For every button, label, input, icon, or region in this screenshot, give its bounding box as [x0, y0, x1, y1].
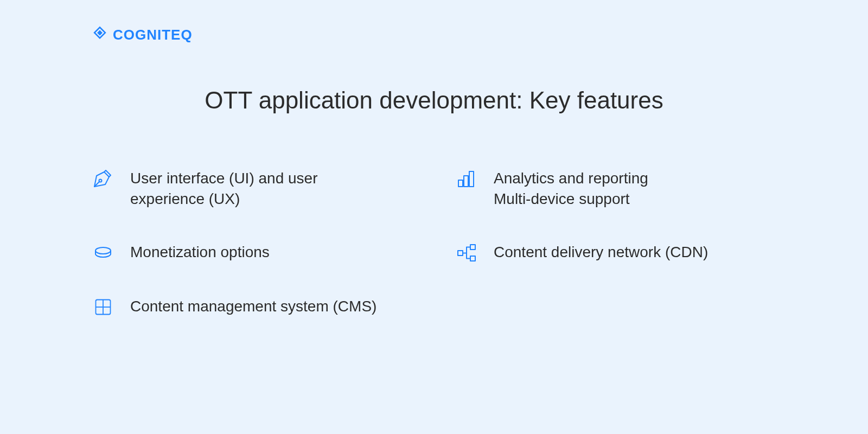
pen-nib-icon — [92, 168, 114, 190]
feature-ui-ux: User interface (UI) and user experience … — [92, 168, 412, 209]
feature-ui-ux-label: User interface (UI) and user experience … — [130, 168, 391, 209]
svg-rect-4 — [458, 180, 463, 187]
feature-cms-label: Content management system (CMS) — [130, 296, 376, 317]
svg-rect-9 — [470, 245, 475, 250]
svg-rect-6 — [469, 171, 474, 187]
svg-point-7 — [95, 247, 111, 254]
svg-rect-1 — [97, 30, 103, 36]
brand-logo: COGNITEQ — [92, 26, 193, 43]
page-title: OTT application development: Key feature… — [0, 87, 868, 114]
brand-name: COGNITEQ — [113, 27, 193, 43]
feature-cdn: Content delivery network (CDN) — [456, 242, 776, 264]
feature-monetization: Monetization options — [92, 242, 412, 264]
grid-icon — [92, 296, 114, 318]
features-grid: User interface (UI) and user experience … — [92, 168, 776, 318]
svg-rect-8 — [458, 251, 463, 256]
coin-icon — [92, 242, 114, 264]
svg-rect-5 — [464, 176, 468, 187]
feature-analytics-label: Analytics and reporting Multi-device sup… — [494, 168, 648, 209]
network-icon — [456, 242, 477, 264]
svg-rect-10 — [470, 256, 475, 261]
feature-monetization-label: Monetization options — [130, 242, 270, 263]
bar-chart-icon — [456, 168, 477, 190]
logo-mark-icon — [92, 26, 107, 43]
feature-cms: Content management system (CMS) — [92, 296, 412, 318]
feature-cdn-label: Content delivery network (CDN) — [494, 242, 708, 263]
feature-analytics: Analytics and reporting Multi-device sup… — [456, 168, 776, 209]
